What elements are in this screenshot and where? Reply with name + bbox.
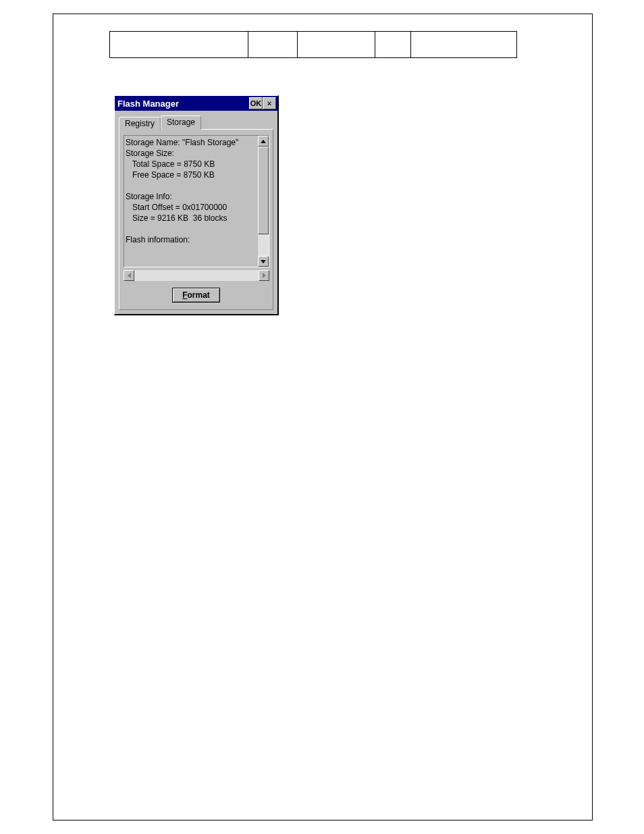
header-cell-3 [298, 32, 375, 57]
storage-info-pane: Storage Name: "Flash Storage" Storage Si… [124, 135, 269, 267]
tab-storage[interactable]: Storage [161, 115, 201, 130]
flash-manager-dialog: Flash Manager OK × Registry Storage Stor… [114, 95, 279, 315]
arrow-left-icon [128, 273, 131, 278]
header-cell-4 [375, 32, 411, 57]
scroll-left-button[interactable] [124, 270, 134, 281]
scroll-track-v[interactable] [258, 234, 269, 256]
arrow-right-icon [263, 273, 266, 278]
titlebar[interactable]: Flash Manager OK × [115, 96, 277, 111]
scroll-down-button[interactable] [258, 256, 269, 267]
tab-strip: Registry Storage [119, 115, 273, 130]
scroll-right-button[interactable] [259, 270, 269, 281]
window-title: Flash Manager [117, 99, 249, 109]
tab-registry[interactable]: Registry [119, 117, 161, 130]
vertical-scrollbar[interactable] [258, 136, 269, 267]
ok-button[interactable]: OK [249, 97, 263, 109]
header-cell-5 [411, 32, 516, 57]
scroll-track-h[interactable] [134, 270, 259, 281]
format-button[interactable]: Format [172, 288, 220, 303]
arrow-up-icon [261, 140, 266, 143]
arrow-down-icon [261, 260, 266, 263]
horizontal-scrollbar[interactable] [124, 270, 269, 281]
page-frame: Flash Manager OK × Registry Storage Stor… [53, 14, 593, 820]
tab-panel-storage: Storage Name: "Flash Storage" Storage Si… [119, 129, 273, 310]
header-cell-1 [110, 32, 248, 57]
close-button[interactable]: × [263, 97, 276, 109]
close-icon: × [267, 99, 271, 107]
scroll-up-button[interactable] [258, 136, 269, 147]
header-table [109, 31, 517, 58]
format-mnemonic: F [182, 290, 187, 300]
header-cell-2 [248, 32, 298, 57]
storage-text: Storage Name: "Flash Storage" Storage Si… [124, 136, 258, 267]
scroll-thumb[interactable] [258, 147, 269, 234]
